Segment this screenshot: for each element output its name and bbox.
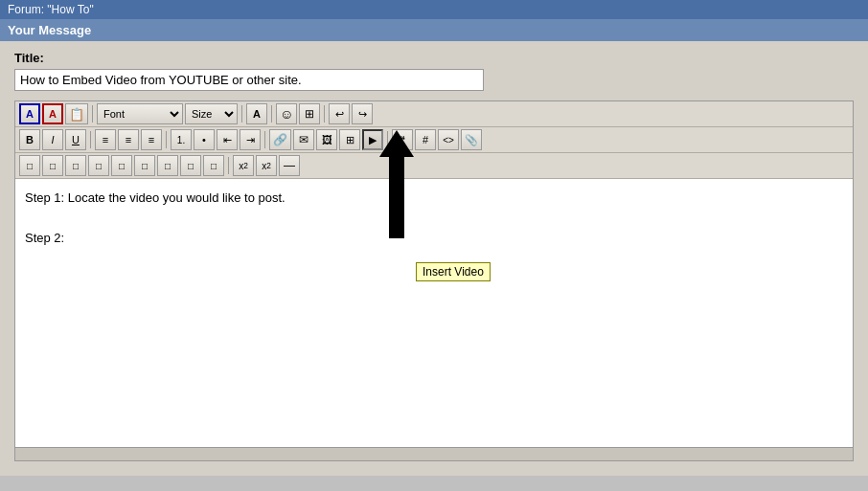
format-btn-1[interactable]: A	[19, 103, 40, 124]
tb3-btn3[interactable]: □	[65, 155, 86, 176]
separator-3	[271, 105, 272, 123]
tb3-btn2[interactable]: □	[42, 155, 63, 176]
smiley-btn[interactable]: ☺	[276, 103, 297, 124]
indent-btn[interactable]: ⇥	[240, 129, 261, 150]
tb3-btn6[interactable]: □	[134, 155, 155, 176]
separator-2	[241, 105, 242, 123]
subscript-btn[interactable]: x2	[233, 155, 254, 176]
separator-9	[228, 157, 229, 174]
table-btn[interactable]: ⊞	[339, 129, 360, 150]
align-right-btn[interactable]: ≡	[141, 129, 162, 150]
size-select[interactable]: Size 8 10 12 14 18 24	[185, 103, 238, 124]
redo-btn[interactable]: ↪	[352, 103, 373, 124]
superscript-btn[interactable]: x2	[256, 155, 277, 176]
tb3-btn1[interactable]: □	[19, 155, 40, 176]
font-select[interactable]: Font Arial Times New Roman Verdana	[97, 103, 183, 124]
tb3-btn8[interactable]: □	[180, 155, 201, 176]
tb3-btn7[interactable]: □	[157, 155, 178, 176]
font-color-btn[interactable]: A	[246, 103, 267, 124]
attach-btn[interactable]: 📎	[461, 129, 482, 150]
separator-5	[90, 131, 91, 148]
unordered-list-btn[interactable]: •	[194, 129, 215, 150]
editor-line-2: Step 2:	[25, 229, 843, 249]
title-label: Title:	[14, 51, 854, 65]
link-btn[interactable]: 🔗	[269, 129, 291, 150]
title-section: Title:	[14, 51, 854, 91]
editor-container: A A 📋 Font Arial Times New Roman Verdana…	[14, 100, 854, 461]
align-left-btn[interactable]: ≡	[95, 129, 116, 150]
email-btn[interactable]: ✉	[293, 129, 314, 150]
code-btn[interactable]: <>	[438, 129, 459, 150]
toolbar-row-1: A A 📋 Font Arial Times New Roman Verdana…	[15, 101, 853, 127]
outdent-btn[interactable]: ⇤	[217, 129, 238, 150]
special-btn[interactable]: ⊞	[299, 103, 320, 124]
separator-6	[166, 131, 167, 148]
separator-8	[387, 131, 388, 148]
undo-btn[interactable]: ↩	[329, 103, 350, 124]
ordered-list-btn[interactable]: 1.	[171, 129, 192, 150]
forum-bar-text: Forum: "How To"	[8, 3, 94, 16]
copy-btn[interactable]: 📋	[65, 103, 88, 124]
insert-video-btn[interactable]: ▶	[362, 129, 383, 150]
bold-btn[interactable]: B	[19, 129, 40, 150]
tb3-btn9[interactable]: □	[203, 155, 224, 176]
your-message-bar: Your Message	[0, 19, 868, 41]
insert-video-tooltip: Insert Video	[416, 262, 491, 281]
separator-7	[264, 131, 265, 148]
title-input[interactable]	[14, 69, 484, 91]
editor-content[interactable]: Step 1: Locate the video you would like …	[15, 179, 853, 447]
toolbar-row-2: B I U ≡ ≡ ≡ 1. • ⇤ ⇥ 🔗 ✉ 🖼 ⊞ ▶ ❝ # <> 📎	[15, 127, 853, 153]
image-btn[interactable]: 🖼	[316, 129, 337, 150]
quote-btn[interactable]: ❝	[392, 129, 413, 150]
separator-4	[324, 105, 325, 123]
your-message-label: Your Message	[8, 23, 91, 37]
italic-btn[interactable]: I	[42, 129, 63, 150]
separator-1	[92, 105, 93, 123]
outer-container: Title: A A 📋 Font Arial Times New Roman …	[0, 41, 868, 476]
hash-btn[interactable]: #	[415, 129, 436, 150]
tb3-btn4[interactable]: □	[88, 155, 109, 176]
forum-bar: Forum: "How To"	[0, 0, 868, 19]
underline-btn[interactable]: U	[65, 129, 86, 150]
format-btn-2[interactable]: A	[42, 103, 63, 124]
scrollbar-area[interactable]	[15, 447, 853, 460]
editor-line-1: Step 1: Locate the video you would like …	[25, 189, 843, 209]
toolbar-row-3: □ □ □ □ □ □ □ □ □ x2 x2 —	[15, 153, 853, 179]
hr-btn[interactable]: —	[279, 155, 300, 176]
tb3-btn5[interactable]: □	[111, 155, 132, 176]
align-center-btn[interactable]: ≡	[118, 129, 139, 150]
